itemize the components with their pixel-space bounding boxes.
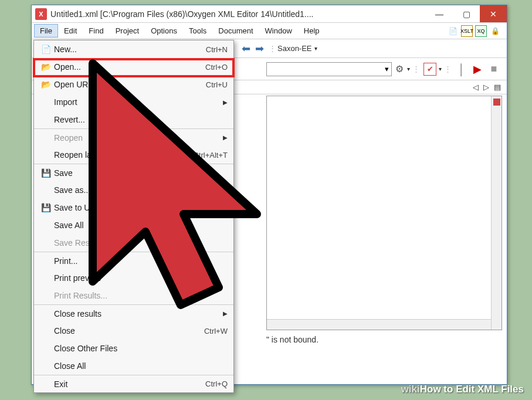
menu-file[interactable]: File xyxy=(34,24,58,38)
xq-icon[interactable]: XQ xyxy=(475,25,487,37)
file-menu-item-new[interactable]: 📄New...Ctrl+N xyxy=(34,40,233,58)
menu-item-label: Save xyxy=(54,168,228,178)
submenu-arrow-icon: ▶ xyxy=(223,310,228,317)
menu-item-shortcut: Ctrl+N xyxy=(206,45,228,54)
prev-icon[interactable]: ◁ xyxy=(473,83,479,91)
menu-item-label: Close results xyxy=(54,309,223,318)
file-menu-item-save-to-url[interactable]: 💾Save to URL xyxy=(34,199,233,216)
chevron-down-icon: ▾ xyxy=(439,66,442,72)
engine-combo-label: Saxon-EE xyxy=(277,44,312,53)
file-menu-item-reopen-last[interactable]: Reopen lastCtrl+Alt+T xyxy=(34,146,233,164)
file-menu-item-save-all[interactable]: Save All xyxy=(34,216,233,234)
validate-icon[interactable]: ✔ xyxy=(423,63,436,76)
menu-item-label: Close xyxy=(54,326,204,335)
menu-item-label: Print... xyxy=(54,256,228,266)
menu-options[interactable]: Options xyxy=(145,24,183,38)
file-menu-item-print-preview[interactable]: Print preview xyxy=(34,269,233,287)
status-message: " is not bound. xyxy=(266,335,318,344)
menu-item-label: New... xyxy=(54,45,206,54)
menu-item-icon: 💾 xyxy=(38,203,54,212)
chevron-down-icon: ▾ xyxy=(385,65,389,73)
menu-edit[interactable]: Edit xyxy=(58,24,83,38)
app-icon: X xyxy=(35,8,47,20)
menu-item-icon: 💾 xyxy=(38,168,54,178)
article-caption: wikiHow to Edit XML Files xyxy=(401,384,524,395)
menu-item-label: Exit xyxy=(54,379,205,389)
menu-item-label: Open... xyxy=(54,62,205,72)
lock-icon[interactable]: 🔒 xyxy=(489,25,501,37)
menu-item-icon: 📂 xyxy=(38,62,54,72)
caption-text: How to Edit XML Files xyxy=(420,384,524,395)
file-menu-item-print-results: Print Results... xyxy=(34,287,233,304)
submenu-arrow-icon: ▶ xyxy=(223,134,228,141)
menu-item-shortcut: Ctrl+Q xyxy=(205,379,228,388)
file-menu-item-close[interactable]: CloseCtrl+W xyxy=(34,322,233,340)
menu-item-label: Save Results xyxy=(54,238,228,248)
file-menu-item-exit[interactable]: ExitCtrl+Q xyxy=(34,375,233,392)
minimize-button[interactable]: — xyxy=(426,5,453,22)
doc-icon[interactable]: 📄 xyxy=(447,25,459,37)
menu-item-label: Save as... xyxy=(54,185,228,195)
engine-combo[interactable]: Saxon-EE ▾ xyxy=(277,44,317,53)
menu-item-shortcut: Ctrl+Alt+T xyxy=(193,151,228,160)
menu-item-icon: 📂 xyxy=(38,80,54,89)
file-menu-item-open-url[interactable]: 📂Open URL...Ctrl+U xyxy=(34,76,233,93)
menu-item-label: Close Other Files xyxy=(54,344,228,353)
menu-item-label: Close All xyxy=(54,361,228,371)
error-marker-icon[interactable] xyxy=(493,99,500,106)
menu-item-shortcut: Ctrl+U xyxy=(206,80,228,89)
menu-help[interactable]: Help xyxy=(298,24,326,38)
stop-icon[interactable]: ■ xyxy=(487,62,501,76)
bracket-left-icon[interactable]: ❘ xyxy=(454,62,468,76)
menu-item-label: Print preview xyxy=(54,273,228,283)
menu-item-label: Reopen xyxy=(54,133,223,143)
chevron-down-icon: ▾ xyxy=(407,66,410,72)
next-icon[interactable]: ▷ xyxy=(483,83,489,91)
close-window-button[interactable]: ✕ xyxy=(480,5,507,22)
file-menu-item-save-as[interactable]: Save as... xyxy=(34,181,233,199)
file-menu-item-close-other-files[interactable]: Close Other Files xyxy=(34,340,233,357)
file-menu-item-print[interactable]: Print... xyxy=(34,252,233,269)
file-menu-dropdown: 📄New...Ctrl+N📂Open...Ctrl+O📂Open URL...C… xyxy=(33,40,234,393)
scrollbar-vertical[interactable] xyxy=(491,96,501,330)
menu-tools[interactable]: Tools xyxy=(183,24,212,38)
maximize-button[interactable]: ▢ xyxy=(453,5,480,22)
menu-window[interactable]: Window xyxy=(259,24,298,38)
grip-icon: ⋮ xyxy=(444,65,450,73)
file-menu-item-import[interactable]: Import▶ xyxy=(34,93,233,111)
file-menu-item-close-all[interactable]: Close All xyxy=(34,357,233,375)
play-icon[interactable]: ▶ xyxy=(470,62,484,76)
file-menu-item-open[interactable]: 📂Open...Ctrl+O xyxy=(34,58,233,76)
back-icon[interactable]: ⬅ xyxy=(242,42,250,55)
caption-prefix: wiki xyxy=(401,384,420,395)
gear-icon[interactable]: ⚙ xyxy=(395,63,404,74)
editor-pane[interactable] xyxy=(266,96,502,330)
scrollbar-horizontal[interactable] xyxy=(267,319,491,330)
menu-find[interactable]: Find xyxy=(83,24,109,38)
menu-item-icon: 📄 xyxy=(38,45,54,54)
menu-item-label: Import xyxy=(54,97,223,107)
grip-icon: ⋮ xyxy=(269,44,275,53)
file-menu-item-reopen: Reopen▶ xyxy=(34,128,233,146)
menu-project[interactable]: Project xyxy=(110,24,145,38)
file-menu-item-save[interactable]: 💾Save xyxy=(34,164,233,181)
menu-item-label: Print Results... xyxy=(54,291,228,300)
menu-item-shortcut: Ctrl+W xyxy=(204,327,228,335)
menu-item-label: Revert... xyxy=(54,115,228,124)
menu-item-label: Open URL... xyxy=(54,80,206,89)
titlebar: X Untitled1.xml [C:\Program Files (x86)\… xyxy=(32,5,507,23)
file-menu-item-close-results[interactable]: Close results▶ xyxy=(34,304,233,322)
menubar-right: 📄 XSLT XQ 🔒 xyxy=(447,25,504,37)
menu-item-label: Save to URL xyxy=(54,203,228,212)
xpath-combo[interactable]: ▾ xyxy=(266,62,392,76)
menu-item-shortcut: Ctrl+O xyxy=(205,63,228,72)
chevron-down-icon: ▾ xyxy=(314,45,317,52)
xslt-icon[interactable]: XSLT xyxy=(461,25,473,37)
file-menu-item-revert[interactable]: Revert... xyxy=(34,111,233,128)
file-menu-item-save-results: Save Results xyxy=(34,234,233,252)
grip-icon: ⋮ xyxy=(412,65,419,73)
forward-icon[interactable]: ➡ xyxy=(255,42,264,55)
list-icon[interactable]: ▤ xyxy=(494,83,501,91)
menubar: File Edit Find Project Options Tools Doc… xyxy=(32,23,507,39)
menu-document[interactable]: Document xyxy=(212,24,259,38)
